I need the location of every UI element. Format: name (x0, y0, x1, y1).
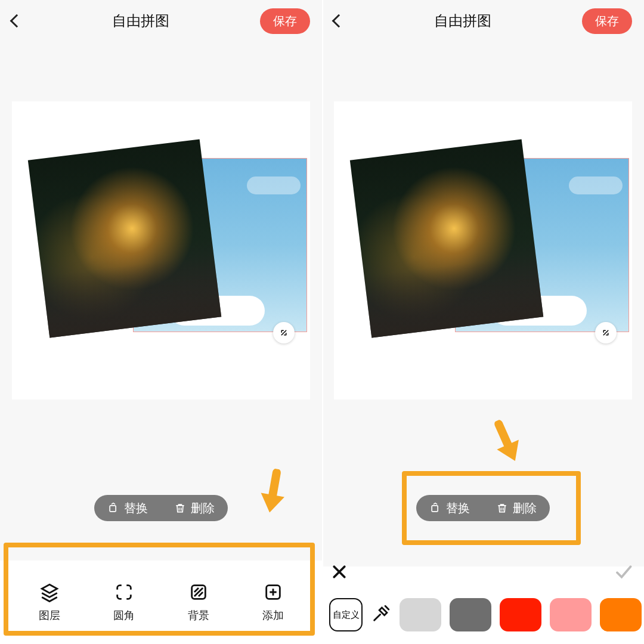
replace-button[interactable]: 替换 (416, 495, 483, 521)
annotation-arrow (252, 466, 295, 519)
confirm-button[interactable] (614, 563, 632, 583)
back-button[interactable] (334, 16, 343, 26)
delete-button[interactable]: 删除 (161, 495, 228, 521)
close-icon (330, 563, 348, 581)
bottom-toolbar: 图层 圆角 背景 添加 (0, 561, 322, 644)
corner-icon (114, 582, 134, 602)
color-swatch[interactable] (450, 598, 491, 631)
color-picker-bar: 自定义 (322, 566, 644, 644)
context-action-pill: 替换 删除 (94, 495, 228, 521)
back-button[interactable] (12, 16, 21, 26)
header: 自由拼图 保存 (0, 0, 322, 42)
replace-label: 替换 (124, 500, 148, 516)
header: 自由拼图 保存 (322, 0, 644, 42)
screen-right: 自由拼图 保存 替换 删除 自定义 (322, 0, 644, 644)
resize-handle[interactable] (595, 322, 617, 343)
trash-icon (496, 502, 508, 514)
tool-background-label: 背景 (188, 608, 209, 623)
eyedropper-icon (371, 603, 391, 624)
delete-button[interactable]: 删除 (483, 495, 550, 521)
delete-label: 删除 (513, 500, 537, 516)
context-action-pill: 替换 删除 (416, 495, 550, 521)
tool-layer-label: 图层 (39, 608, 60, 623)
replace-icon (107, 502, 119, 514)
color-swatch[interactable] (600, 598, 642, 631)
page-title: 自由拼图 (434, 11, 491, 30)
chevron-left-icon (332, 14, 346, 28)
check-icon (614, 563, 632, 581)
color-swatch[interactable] (500, 598, 541, 631)
tool-background[interactable]: 背景 (188, 582, 209, 623)
tool-corner-label: 圆角 (113, 608, 135, 623)
replace-icon (429, 502, 441, 514)
replace-label: 替换 (446, 500, 470, 516)
save-button[interactable]: 保存 (260, 8, 310, 34)
tool-add[interactable]: 添加 (262, 582, 284, 623)
replace-button[interactable]: 替换 (94, 495, 161, 521)
custom-color-chip[interactable]: 自定义 (329, 598, 363, 631)
svg-rect-3 (432, 506, 438, 512)
collage-canvas[interactable] (334, 101, 632, 400)
tool-corner[interactable]: 圆角 (113, 582, 135, 623)
delete-label: 删除 (191, 500, 215, 516)
plus-icon (263, 582, 283, 602)
color-swatch[interactable] (550, 598, 592, 631)
layers-icon (39, 582, 60, 602)
svg-rect-0 (110, 506, 116, 512)
background-icon (188, 582, 209, 602)
eyedropper-button[interactable] (371, 603, 391, 626)
screen-left: 自由拼图 保存 替换 删除 图层 圆角 背景 (0, 0, 322, 644)
save-button[interactable]: 保存 (582, 8, 632, 34)
resize-icon (278, 327, 289, 338)
tool-layer[interactable]: 图层 (39, 582, 60, 623)
chevron-left-icon (10, 14, 24, 28)
swatch-row (400, 598, 644, 631)
trash-icon (174, 502, 186, 514)
close-button[interactable] (330, 563, 348, 583)
annotation-arrow (481, 413, 532, 471)
custom-color-label: 自定义 (333, 609, 360, 621)
color-swatch[interactable] (400, 598, 441, 631)
resize-icon (600, 327, 611, 338)
collage-canvas[interactable] (12, 101, 310, 400)
tool-add-label: 添加 (262, 608, 284, 623)
page-title: 自由拼图 (112, 11, 169, 30)
photo-night[interactable] (28, 139, 221, 338)
resize-handle[interactable] (273, 322, 295, 343)
photo-night[interactable] (350, 139, 543, 338)
